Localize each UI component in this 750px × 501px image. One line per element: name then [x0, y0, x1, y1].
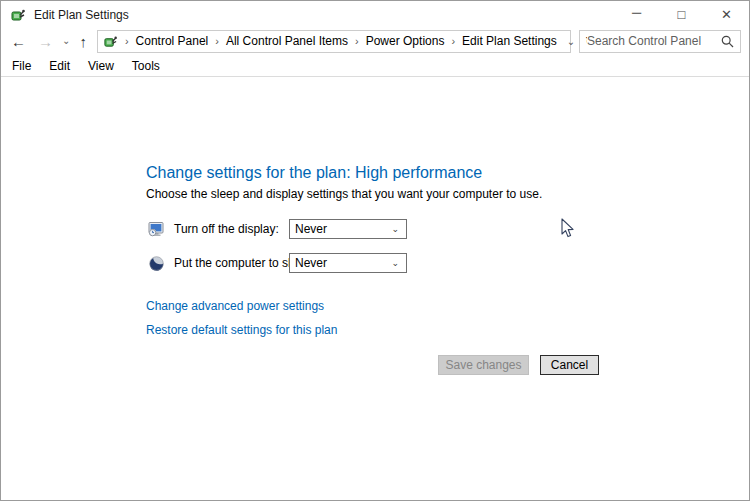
up-icon[interactable]: ↑ [73, 34, 93, 49]
page-subtitle: Choose the sleep and display settings th… [146, 187, 542, 201]
minimize-button[interactable]: ─ [614, 1, 659, 28]
sleep-timeout-select[interactable]: Never ⌄ [289, 253, 407, 273]
power-options-icon [103, 34, 118, 49]
display-timeout-select[interactable]: Never ⌄ [289, 219, 407, 239]
save-changes-button[interactable]: Save changes [438, 355, 529, 375]
address-bar[interactable]: › Control Panel › All Control Panel Item… [97, 30, 571, 53]
display-icon [148, 221, 165, 238]
page-title: Change settings for the plan: High perfo… [146, 164, 482, 182]
selected-value: Never [295, 222, 327, 236]
change-advanced-power-settings-link[interactable]: Change advanced power settings [146, 299, 324, 313]
setting-row-display: Turn off the display: [148, 219, 279, 239]
setting-label: Turn off the display: [174, 222, 279, 236]
title-bar: Edit Plan Settings ─ □ ✕ [1, 1, 749, 28]
breadcrumb-separator: › [118, 35, 136, 47]
window-title: Edit Plan Settings [34, 8, 129, 22]
menu-bar: File Edit View Tools [1, 56, 749, 77]
chevron-down-icon: ⌄ [391, 258, 406, 268]
menu-edit[interactable]: Edit [40, 57, 79, 75]
breadcrumb-separator: › [208, 35, 226, 47]
chevron-down-icon: ⌄ [391, 224, 406, 234]
selected-value: Never [295, 256, 327, 270]
breadcrumb-separator: › [444, 35, 462, 47]
maximize-button[interactable]: □ [659, 1, 704, 28]
power-plan-icon [10, 7, 26, 23]
mouse-cursor-icon [561, 218, 575, 239]
recent-pages-chevron-icon[interactable]: ⌄ [59, 36, 73, 46]
menu-file[interactable]: File [3, 57, 40, 75]
edit-plan-settings-window: Edit Plan Settings ─ □ ✕ ← → ⌄ ↑ › Contr… [0, 0, 750, 501]
back-icon[interactable]: ← [5, 34, 32, 49]
breadcrumb-separator: › [348, 35, 366, 47]
breadcrumb-edit-plan-settings[interactable]: Edit Plan Settings [462, 34, 557, 48]
menu-view[interactable]: View [79, 57, 123, 75]
cancel-button[interactable]: Cancel [540, 355, 599, 375]
restore-default-settings-link[interactable]: Restore default settings for this plan [146, 323, 337, 337]
search-icon[interactable] [721, 35, 734, 48]
breadcrumb-power-options[interactable]: Power Options [366, 34, 445, 48]
search-input[interactable] [587, 34, 721, 48]
sleep-icon [148, 255, 165, 272]
breadcrumb-control-panel[interactable]: Control Panel [136, 34, 209, 48]
breadcrumb-all-control-panel-items[interactable]: All Control Panel Items [226, 34, 348, 48]
close-button[interactable]: ✕ [704, 1, 749, 28]
menu-tools[interactable]: Tools [123, 57, 169, 75]
navigation-bar: ← → ⌄ ↑ › Control Panel › All Control Pa… [1, 28, 749, 56]
forward-icon[interactable]: → [32, 34, 59, 49]
main-content: Change settings for the plan: High perfo… [1, 77, 749, 500]
search-box [579, 30, 741, 53]
